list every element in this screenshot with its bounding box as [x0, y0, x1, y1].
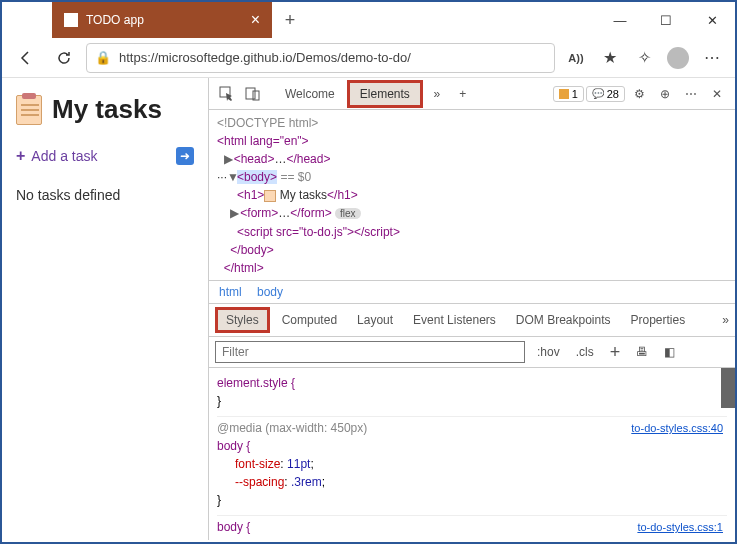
empty-state: No tasks defined: [16, 187, 194, 203]
maximize-button[interactable]: ☐: [643, 2, 689, 38]
svg-rect-1: [246, 88, 255, 99]
refresh-button[interactable]: [48, 42, 80, 74]
print-icon[interactable]: 🖶: [632, 345, 652, 359]
styles-pane[interactable]: element.style { } to-do-styles.css:40 @m…: [209, 368, 735, 540]
messages-badge[interactable]: 28: [586, 86, 625, 102]
device-toggle-icon[interactable]: [241, 82, 265, 106]
close-devtools-icon[interactable]: ✕: [705, 82, 729, 106]
tab-welcome[interactable]: Welcome: [275, 83, 345, 105]
page-heading: My tasks: [16, 94, 194, 125]
breadcrumb[interactable]: html body: [209, 280, 735, 304]
tab-properties[interactable]: Properties: [623, 310, 694, 330]
clipboard-icon: [16, 95, 42, 125]
minimize-button[interactable]: ―: [597, 2, 643, 38]
browser-tab[interactable]: TODO app ×: [52, 2, 272, 38]
lock-icon: 🔒: [95, 50, 111, 65]
customize-icon[interactable]: ⊕: [653, 82, 677, 106]
inspect-icon[interactable]: [215, 82, 239, 106]
add-task-row[interactable]: + Add a task ➜: [16, 147, 194, 165]
more-tabs-icon[interactable]: »: [425, 82, 449, 106]
tab-styles[interactable]: Styles: [215, 307, 270, 333]
new-rule-icon[interactable]: +: [606, 342, 625, 363]
devtools-panel: Welcome Elements » + 1 28 ⚙ ⊕ ⋯ ✕ <!DOCT…: [208, 78, 735, 540]
close-tab-icon[interactable]: ×: [251, 11, 260, 29]
tab-elements[interactable]: Elements: [347, 80, 423, 108]
favorite-button[interactable]: ★: [595, 43, 625, 73]
close-window-button[interactable]: ✕: [689, 2, 735, 38]
sidebar-toggle-icon[interactable]: ◧: [660, 345, 679, 359]
tab-computed[interactable]: Computed: [274, 310, 345, 330]
tab-title: TODO app: [86, 13, 144, 27]
tab-dom-breakpoints[interactable]: DOM Breakpoints: [508, 310, 619, 330]
source-link[interactable]: to-do-styles.css:40: [631, 419, 723, 437]
reader-mode-button[interactable]: A)): [561, 43, 591, 73]
styles-filter-input[interactable]: [215, 341, 525, 363]
crumb-body[interactable]: body: [257, 285, 283, 299]
add-task-label: Add a task: [31, 148, 97, 164]
back-button[interactable]: [10, 42, 42, 74]
add-tab-icon[interactable]: +: [451, 82, 475, 106]
menu-button[interactable]: ⋯: [697, 43, 727, 73]
url-text: https://microsoftedge.github.io/Demos/de…: [119, 50, 411, 65]
settings-icon[interactable]: ⚙: [627, 82, 651, 106]
collections-button[interactable]: ✧: [629, 43, 659, 73]
profile-button[interactable]: [663, 43, 693, 73]
more-styles-tabs-icon[interactable]: »: [722, 313, 729, 327]
avatar-icon: [667, 47, 689, 69]
tab-event-listeners[interactable]: Event Listeners: [405, 310, 504, 330]
page-content: My tasks + Add a task ➜ No tasks defined: [2, 78, 208, 540]
source-link[interactable]: to-do-styles.css:1: [637, 518, 723, 536]
dom-tree[interactable]: <!DOCTYPE html> <html lang="en"> ▶<head>…: [209, 110, 735, 280]
submit-arrow-icon[interactable]: ➜: [176, 147, 194, 165]
hov-toggle[interactable]: :hov: [533, 345, 564, 359]
more-icon[interactable]: ⋯: [679, 82, 703, 106]
address-bar[interactable]: 🔒 https://microsoftedge.github.io/Demos/…: [86, 43, 555, 73]
cls-toggle[interactable]: .cls: [572, 345, 598, 359]
tab-favicon: [64, 13, 78, 27]
plus-icon: +: [16, 147, 25, 165]
tab-layout[interactable]: Layout: [349, 310, 401, 330]
warnings-badge[interactable]: 1: [553, 86, 584, 102]
new-tab-button[interactable]: +: [272, 2, 308, 38]
crumb-html[interactable]: html: [219, 285, 242, 299]
